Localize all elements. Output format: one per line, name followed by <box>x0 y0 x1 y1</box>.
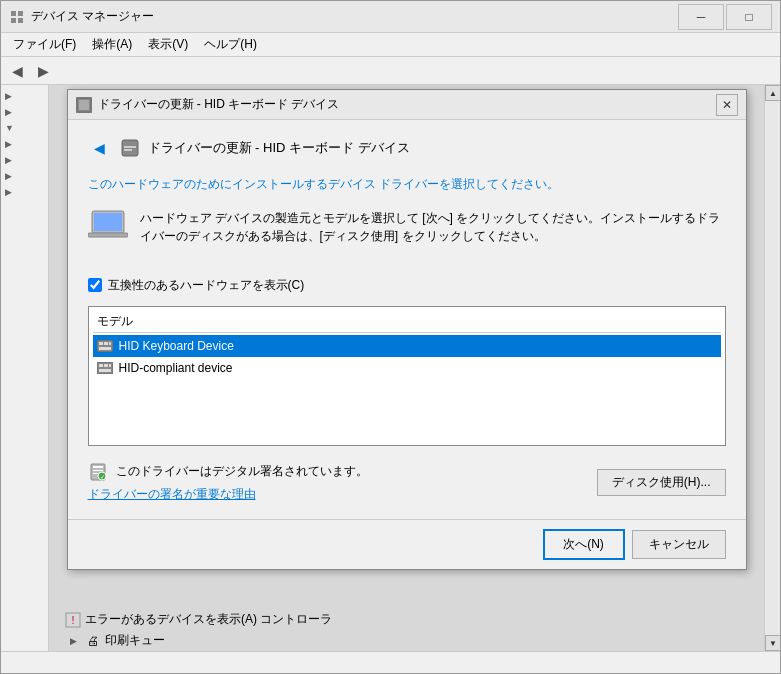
forward-button[interactable]: ▶ <box>31 60 55 82</box>
svg-text:✓: ✓ <box>99 474 104 480</box>
title-bar-controls: ─ □ <box>678 4 772 30</box>
svg-rect-14 <box>97 340 113 352</box>
menu-bar: ファイル(F) 操作(A) 表示(V) ヘルプ(H) <box>1 33 780 57</box>
svg-rect-12 <box>94 213 122 231</box>
minimize-button[interactable]: ─ <box>678 4 724 30</box>
main-content: ▶ ▶ ▼ ▶ ▶ ▶ ▶ <box>1 85 780 651</box>
dialog-nav-icon <box>120 138 140 158</box>
svg-rect-18 <box>99 347 111 350</box>
svg-rect-20 <box>99 364 103 367</box>
svg-rect-3 <box>18 18 23 23</box>
dialog-instruction: このハードウェアのためにインストールするデバイス ドライバーを選択してください。 <box>88 176 726 193</box>
maximize-button[interactable]: □ <box>726 4 772 30</box>
tree-expand-5[interactable]: ▶ <box>1 153 48 167</box>
center-area: ! エラーがあるデバイスを表示(A) コントローラ ▶ 🖨 印刷キュー <box>49 85 764 651</box>
cancel-button[interactable]: キャンセル <box>632 530 726 559</box>
status-bar <box>1 651 780 673</box>
model-list-item-1[interactable]: HID-compliant device <box>93 357 721 379</box>
menu-help[interactable]: ヘルプ(H) <box>196 34 265 55</box>
tree-expand-2[interactable]: ▶ <box>1 105 48 119</box>
compatibility-checkbox-row: 互換性のあるハードウェアを表示(C) <box>88 277 726 294</box>
dialog-description: ハードウェア デバイスの製造元とモデルを選択して [次へ] をクリックしてくださ… <box>88 209 726 245</box>
dialog-title-bar: ドライバーの更新 - HID キーボード デバイス ✕ <box>68 90 746 120</box>
svg-rect-1 <box>18 11 23 16</box>
dialog-title-icon <box>76 97 92 113</box>
dialog-page-title: ドライバーの更新 - HID キーボード デバイス <box>148 139 410 157</box>
driver-signature-text: このドライバーはデジタル署名されています。 <box>116 463 368 480</box>
svg-rect-23 <box>99 369 111 372</box>
device-manager-window: デバイス マネージャー ─ □ ファイル(F) 操作(A) 表示(V) ヘルプ(… <box>0 0 781 674</box>
compatibility-checkbox-label: 互換性のあるハードウェアを表示(C) <box>108 277 305 294</box>
tree-expand-1[interactable]: ▶ <box>1 89 48 103</box>
svg-rect-21 <box>104 364 108 367</box>
menu-file[interactable]: ファイル(F) <box>5 34 84 55</box>
tree-expand-3[interactable]: ▼ <box>1 121 48 135</box>
title-bar-text: デバイス マネージャー <box>31 8 678 25</box>
svg-rect-16 <box>104 342 108 345</box>
window-icon <box>9 9 25 25</box>
keyboard-icon-1 <box>97 360 113 376</box>
expand-arrow-5: ▶ <box>5 155 17 165</box>
svg-rect-19 <box>97 362 113 374</box>
model-item-label-1: HID-compliant device <box>119 361 233 375</box>
disk-use-button[interactable]: ディスク使用(H)... <box>597 469 726 496</box>
keyboard-icon-0 <box>97 338 113 354</box>
dialog-title-text: ドライバーの更新 - HID キーボード デバイス <box>98 96 716 113</box>
scroll-track[interactable] <box>765 101 780 635</box>
expand-arrow-3: ▼ <box>5 123 17 133</box>
laptop-icon <box>88 209 128 239</box>
expand-arrow-4: ▶ <box>5 139 17 149</box>
svg-rect-2 <box>11 18 16 23</box>
menu-action[interactable]: 操作(A) <box>84 34 140 55</box>
dialog-back-button[interactable]: ◀ <box>88 136 112 160</box>
dialog-footer: 次へ(N) キャンセル <box>68 519 746 569</box>
toolbar: ◀ ▶ <box>1 57 780 85</box>
driver-signature-link[interactable]: ドライバーの署名が重要な理由 <box>88 486 368 503</box>
model-list-item-0[interactable]: HID Keyboard Device <box>93 335 721 357</box>
svg-rect-0 <box>11 11 16 16</box>
tree-expand-7[interactable]: ▶ <box>1 185 48 199</box>
dialog-close-button[interactable]: ✕ <box>716 94 738 116</box>
right-scrollbar: ▲ ▼ <box>764 85 780 651</box>
next-button[interactable]: 次へ(N) <box>544 530 624 559</box>
dialog-nav-bar: ◀ ドライバーの更新 - HID キーボード デバイス <box>88 136 726 160</box>
dialog-description-text: ハードウェア デバイスの製造元とモデルを選択して [次へ] をクリックしてくださ… <box>140 209 726 245</box>
device-tree-panel: ▶ ▶ ▼ ▶ ▶ ▶ ▶ <box>1 85 49 651</box>
expand-arrow-1: ▶ <box>5 91 17 101</box>
svg-rect-15 <box>99 342 103 345</box>
update-driver-dialog: ドライバーの更新 - HID キーボード デバイス ✕ ◀ <box>67 89 747 570</box>
svg-rect-10 <box>124 149 132 151</box>
menu-view[interactable]: 表示(V) <box>140 34 196 55</box>
back-button[interactable]: ◀ <box>5 60 29 82</box>
dialog-body: ◀ ドライバーの更新 - HID キーボード デバイス <box>68 120 746 519</box>
svg-rect-25 <box>93 466 103 468</box>
dialog-bottom-row: ✓ このドライバーはデジタル署名されています。 ドライバーの署名が重要な理由 デ… <box>88 462 726 503</box>
tree-expand-4[interactable]: ▶ <box>1 137 48 151</box>
signature-icon: ✓ <box>88 462 108 482</box>
svg-rect-9 <box>124 146 136 148</box>
compatibility-checkbox[interactable] <box>88 278 102 292</box>
spacer <box>88 257 726 265</box>
dialog-overlay: ドライバーの更新 - HID キーボード デバイス ✕ ◀ <box>49 85 764 651</box>
model-item-label-0: HID Keyboard Device <box>119 339 234 353</box>
scroll-down-button[interactable]: ▼ <box>765 635 780 651</box>
expand-arrow-7: ▶ <box>5 187 17 197</box>
title-bar: デバイス マネージャー ─ □ <box>1 1 780 33</box>
svg-rect-22 <box>109 364 111 367</box>
model-list-header: モデル <box>93 311 721 333</box>
svg-rect-13 <box>88 233 128 237</box>
tree-expand-6[interactable]: ▶ <box>1 169 48 183</box>
model-list-container[interactable]: モデル <box>88 306 726 446</box>
svg-rect-17 <box>109 342 111 345</box>
svg-rect-26 <box>93 470 103 471</box>
svg-rect-7 <box>79 100 89 110</box>
driver-signature-row: ✓ このドライバーはデジタル署名されています。 <box>88 462 368 482</box>
scroll-up-button[interactable]: ▲ <box>765 85 780 101</box>
expand-arrow-6: ▶ <box>5 171 17 181</box>
expand-arrow-2: ▶ <box>5 107 17 117</box>
